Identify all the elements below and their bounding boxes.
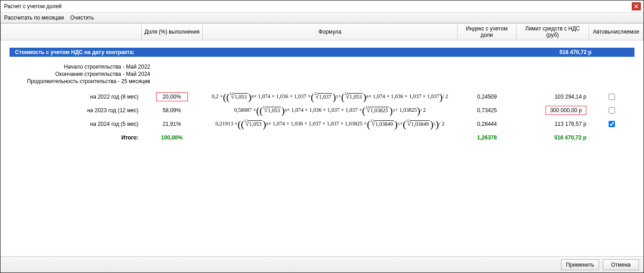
meta-duration: Продолжительность строительства - 25 мес… (10, 78, 150, 85)
auto-checkbox[interactable] (609, 107, 615, 114)
total-row: Итого: 100,00% 1,26378 516 470,72 р (10, 131, 634, 144)
row-auto (589, 90, 634, 104)
data-row: на 2022 год (8 мес)20,00%0,2 × ((12√1,05… (10, 90, 634, 104)
row-limit[interactable]: 103 294,14 р (516, 90, 589, 104)
row-pct[interactable]: 58,09% (141, 104, 202, 117)
total-limit: 516 470,72 р (516, 131, 589, 144)
row-label: на 2023 год (12 мес) (10, 104, 141, 117)
row-index: 0,24509 (457, 90, 516, 104)
col-header-pct: Доля (%) выполнения (142, 24, 203, 40)
title-bar: Расчет с учетом долей (0, 0, 644, 12)
row-limit[interactable]: 113 176,57 р (516, 117, 589, 131)
col-header-index: Индекс с учетом доли (457, 24, 516, 40)
row-formula: 0,2 × ((12√1,053)8 × 1,074 × 1,036 × 1,0… (202, 90, 457, 104)
row-limit[interactable]: 300 000,00 р (516, 104, 589, 117)
data-row: на 2023 год (12 мес)58,09%0,58087 × ((12… (10, 104, 634, 117)
total-pct: 100,00% (141, 131, 202, 144)
meta-end: Окончание строительства - Май 2024 (10, 70, 150, 78)
total-label: Итого: (10, 131, 141, 144)
window-title: Расчет с учетом долей (4, 3, 62, 10)
auto-checkbox[interactable] (609, 121, 615, 127)
menu-calc-months[interactable]: Рассчитать по месяцам (4, 15, 64, 21)
column-headers: Доля (%) выполнения Формула Индекс с уче… (0, 23, 644, 40)
row-formula: 0,21913 × ((12√1,053)8 × 1,074 × 1,036 ×… (202, 117, 457, 131)
row-label: на 2022 год (8 мес) (10, 90, 141, 104)
row-auto (589, 117, 634, 131)
apply-button[interactable]: Применить (561, 259, 599, 270)
close-button[interactable] (632, 2, 641, 10)
data-row: на 2024 год (5 мес)21,91%0,21913 × ((12√… (10, 117, 634, 131)
row-formula: 0,58087 × ((12√1,053)8 × 1,074 × 1,036 ×… (202, 104, 457, 117)
bottom-bar: Применить Отмена (0, 256, 644, 273)
content-area: Стоимость с учетом НДС на дату контракта… (0, 40, 644, 256)
col-header-limit: Лимит средств с НДС (руб) (516, 24, 589, 40)
banner-label: Стоимость с учетом НДС на дату контракта… (10, 48, 516, 57)
row-label: на 2024 год (5 мес) (10, 117, 141, 131)
banner-row: Стоимость с учетом НДС на дату контракта… (10, 48, 634, 57)
menu-bar: Рассчитать по месяцам Очистить (0, 12, 644, 23)
row-index: 0,73425 (457, 104, 516, 117)
row-index: 0,28444 (457, 117, 516, 131)
meta-row: Начало строительства - Май 2022 Окончани… (10, 60, 634, 90)
meta-start: Начало строительства - Май 2022 (10, 63, 150, 70)
row-pct[interactable]: 21,91% (141, 117, 202, 131)
col-header-formula: Формула (203, 24, 457, 40)
col-header-label (1, 24, 142, 40)
close-icon (634, 4, 639, 9)
total-index: 1,26378 (457, 131, 516, 144)
auto-checkbox[interactable] (609, 94, 615, 100)
col-header-auto: Автовычисляемое (589, 24, 644, 40)
menu-clear[interactable]: Очистить (70, 15, 94, 21)
calc-grid: Стоимость с учетом НДС на дату контракта… (10, 48, 634, 144)
row-pct[interactable]: 20,00% (141, 90, 202, 104)
row-auto (589, 104, 634, 117)
banner-value: 516 470,72 р (516, 48, 634, 57)
cancel-button[interactable]: Отмена (603, 259, 639, 270)
